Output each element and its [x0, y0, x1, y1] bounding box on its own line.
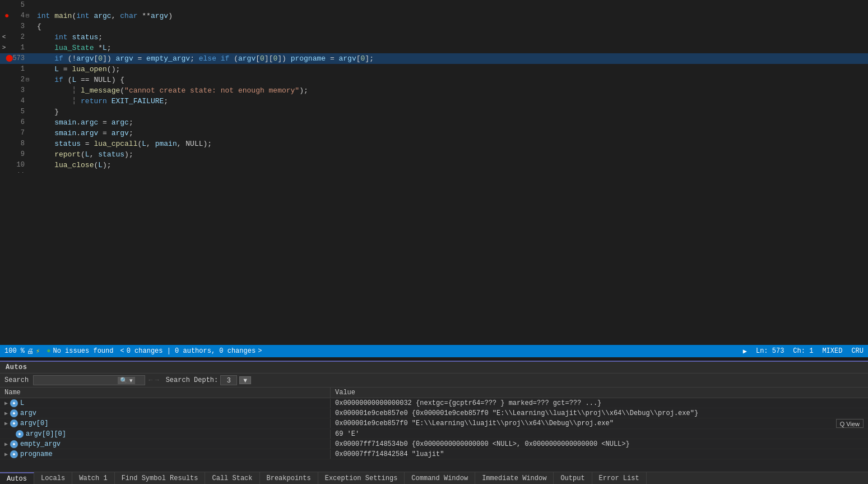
var-name-argv00[interactable]: ◆ argv[0][0]	[0, 430, 331, 439]
tab-find-symbol-results[interactable]: Find Symbol Results	[115, 472, 206, 484]
table-row[interactable]: ◆ argv[0][0] 69 'E'	[0, 429, 868, 439]
var-type-icon: ◆	[10, 440, 18, 448]
line-number: 7	[8, 128, 25, 139]
code-line: 8 status = lua_cpcall(L, pmain, NULL);	[0, 139, 868, 149]
current-execution-line: ⬤ 573 if (!argv[0]) argv = empty_argv; e…	[0, 53, 868, 64]
var-value-argv: 0x000001e9ceb857e0 {0x000001e9ceb857f0 "…	[331, 409, 868, 418]
var-name-empty-argv[interactable]: ▶ ◆ empty_argv	[0, 440, 331, 449]
table-row[interactable]: ▶ ◆ argv[0] 0x000001e9ceb857f0 "E:\\Lear…	[0, 418, 868, 429]
tab-autos[interactable]: Autos	[0, 472, 34, 484]
view-button[interactable]: Q View	[836, 419, 864, 428]
code-container[interactable]: 5 ● 4 ⊟ int main(int argc, char **argv)	[0, 0, 868, 173]
zoom-section: 100 % 🖨 ⚡	[4, 347, 40, 356]
tab-output[interactable]: Output	[554, 472, 592, 484]
line-number: 1	[8, 64, 25, 75]
code-line: < 2 int status;	[0, 32, 868, 43]
line-gutter: 9	[0, 149, 35, 160]
var-name-argv0[interactable]: ▶ ◆ argv[0]	[0, 419, 331, 428]
line-gutter: 1	[0, 64, 35, 75]
changes-text: 0 changes | 0 authors, 0 changes	[127, 347, 256, 355]
tab-error-list[interactable]: Error List	[592, 472, 647, 484]
tab-command-window[interactable]: Command Window	[405, 472, 475, 484]
var-value-text: 69 'E'	[335, 430, 359, 438]
code-content: L = lua_open();	[35, 64, 868, 75]
nav-left-arrow[interactable]: ←	[148, 376, 152, 384]
search-label: Search	[4, 376, 29, 384]
line-gutter: 3	[0, 21, 35, 32]
var-name-text: argv[0][0]	[26, 430, 66, 438]
tab-exception-settings[interactable]: Exception Settings	[318, 472, 405, 484]
tab-watch1[interactable]: Watch 1	[72, 472, 114, 484]
line-number: 2	[8, 32, 25, 43]
debug-toolbar: Search 🔍 ▾ ← → Search Depth: ▼	[0, 374, 868, 388]
tab-call-stack[interactable]: Call Stack	[205, 472, 259, 484]
line-number: ● 4	[8, 11, 25, 21]
status-scroll-right: ▶	[743, 347, 747, 356]
line-number: 1	[8, 43, 25, 53]
table-row[interactable]: ▶ ◆ L 0x00000000000000032 {nextgc={gcptr…	[0, 398, 868, 408]
code-content: int status;	[35, 32, 868, 43]
line-number: 5	[8, 107, 25, 117]
table-row[interactable]: ▶ ◆ empty_argv 0x00007ff7148534b0 {0x000…	[0, 439, 868, 449]
var-name-text: L	[20, 399, 24, 407]
tab-breakpoints[interactable]: Breakpoints	[260, 472, 318, 484]
variable-table[interactable]: Name Value ▶ ◆ L 0x00000000000000032 {ne…	[0, 388, 868, 472]
var-name-argv[interactable]: ▶ ◆ argv	[0, 409, 331, 418]
var-name-L[interactable]: ▶ ◆ L	[0, 399, 331, 408]
depth-input[interactable]	[220, 375, 237, 385]
code-line: 11 return (status || smain.status > 0) ?…	[0, 170, 868, 173]
code-lines: 5 ● 4 ⊟ int main(int argc, char **argv)	[0, 0, 868, 173]
search-input[interactable]	[37, 376, 115, 384]
search-box[interactable]: 🔍 ▾	[33, 375, 145, 385]
code-content: smain.argc = argc;	[35, 117, 868, 128]
expand-icon[interactable]: ▶	[4, 400, 8, 407]
fold-indicator[interactable]: ⊟	[25, 75, 30, 85]
tab-locals[interactable]: Locals	[34, 472, 72, 484]
var-name-progname[interactable]: ▶ ◆ progname	[0, 450, 331, 459]
code-line: 3 ╎ l_message("cannot create state: not …	[0, 85, 868, 96]
nav-right-arrow[interactable]: →	[155, 376, 159, 384]
expand-icon[interactable]: ▶	[4, 451, 8, 458]
code-content: ╎ return EXIT_FAILURE;	[35, 96, 868, 107]
code-content: if (!argv[0]) argv = empty_argv; else if…	[35, 53, 868, 64]
debug-icon: ⚡	[36, 347, 40, 356]
depth-dropdown[interactable]: ▼	[239, 376, 251, 384]
code-content: report(L, status);	[35, 149, 868, 160]
empty-editor-space	[0, 173, 868, 345]
var-value-argv00: 69 'E'	[331, 430, 868, 439]
line-arrow-right: >	[0, 43, 8, 53]
var-value-text: 0x000001e9ceb857e0 {0x000001e9ceb857f0 "…	[335, 409, 698, 417]
table-row[interactable]: ▶ ◆ argv 0x000001e9ceb857e0 {0x000001e9c…	[0, 408, 868, 418]
fold-indicator[interactable]: ⊟	[25, 11, 30, 21]
code-line: 2 ⊟ if (L == NULL) {	[0, 75, 868, 85]
table-header: Name Value	[0, 388, 868, 398]
expand-icon[interactable]: ▶	[4, 410, 8, 417]
code-content: return (status || smain.status > 0) ? EX…	[35, 170, 868, 173]
code-line: 10 lua_close(L);	[0, 160, 868, 170]
issues-section: ● No issues found	[47, 347, 113, 355]
debug-panel-title: Autos	[0, 362, 868, 374]
line-arrow-left: <	[0, 32, 8, 43]
line-gutter: > 1	[0, 43, 35, 53]
code-content: {	[35, 21, 868, 32]
tab-immediate-window[interactable]: Immediate Window	[475, 472, 554, 484]
line-number: 3	[8, 21, 25, 32]
code-content: ╎ l_message("cannot create state: not en…	[35, 85, 868, 96]
line-number: 6	[8, 117, 25, 128]
code-line: ● 4 ⊟ int main(int argc, char **argv)	[0, 11, 868, 21]
bottom-tabs: Autos Locals Watch 1 Find Symbol Results…	[0, 472, 868, 484]
search-button[interactable]: 🔍 ▾	[118, 377, 135, 384]
code-line: 6 smain.argc = argc;	[0, 117, 868, 128]
expand-icon[interactable]: ▶	[4, 441, 8, 448]
line-gutter: 6	[0, 117, 35, 128]
code-line: > 1 lua_State *L;	[0, 43, 868, 53]
table-row[interactable]: ▶ ◆ progname 0x00007ff714842584 "luajit"	[0, 449, 868, 459]
line-gutter: 8	[0, 139, 35, 149]
code-line: 3 {	[0, 21, 868, 32]
expand-icon[interactable]: ▶	[4, 420, 8, 427]
var-type-icon: ◆	[10, 420, 18, 427]
var-value-progname: 0x00007ff714842584 "luajit"	[331, 450, 868, 459]
line-ending-text: CRU	[851, 347, 864, 355]
code-content: if (L == NULL) {	[35, 75, 868, 85]
var-type-icon: ◆	[10, 399, 18, 407]
